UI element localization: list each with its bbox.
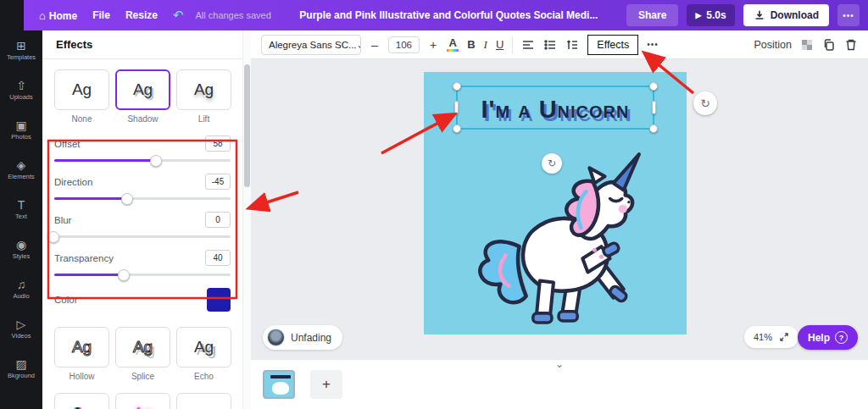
top-bar: ⌂Home File Resize ↶ All changes saved Pu… xyxy=(0,0,868,30)
panel-scrollbar-thumb[interactable] xyxy=(244,64,250,187)
thumbnail-text-block xyxy=(270,375,291,379)
share-button[interactable]: Share xyxy=(626,4,678,26)
text-align-button[interactable] xyxy=(521,38,535,52)
page-thumbnail[interactable] xyxy=(263,370,295,399)
canvas-area[interactable]: I'm a Unicorn ↻ xyxy=(251,59,868,360)
effect-sample: Ag xyxy=(133,338,153,356)
collaborator-name: Unfading xyxy=(291,332,331,344)
app-logo[interactable] xyxy=(0,0,24,30)
effect-sample: Ag xyxy=(133,80,153,99)
sidebar-item-label: Text xyxy=(15,213,27,220)
text-color-button[interactable]: A xyxy=(447,37,459,52)
help-label: Help xyxy=(808,332,830,344)
collapse-chevron-icon[interactable]: ⌄ xyxy=(555,358,564,370)
transparency-value-input[interactable]: 40 xyxy=(205,250,231,266)
bold-button[interactable]: B xyxy=(467,38,475,51)
document-title[interactable]: Purple and Pink Illustrative and Colorfu… xyxy=(271,9,626,21)
transparency-button[interactable] xyxy=(800,38,814,52)
effect-tile-label: Lift xyxy=(198,114,209,124)
resize-handle-top-right[interactable] xyxy=(649,82,658,91)
add-page-button[interactable]: + xyxy=(310,370,342,399)
resize-handle-bottom-left[interactable] xyxy=(453,124,461,133)
shadow-color-swatch[interactable] xyxy=(207,288,231,312)
sidebar-item-templates[interactable]: ⊞ Templates xyxy=(0,30,42,70)
offset-slider-handle[interactable] xyxy=(54,159,157,162)
zoom-control[interactable]: 41% xyxy=(744,326,798,348)
delete-button[interactable] xyxy=(844,38,858,52)
sidebar-item-elements[interactable]: ◈ Elements xyxy=(0,150,42,190)
sidebar-item-photos[interactable]: ▣ Photos xyxy=(0,110,42,150)
sidebar-item-label: Videos xyxy=(12,332,31,340)
transparency-slider-handle[interactable] xyxy=(54,274,125,276)
effect-tile-splice[interactable]: Ag xyxy=(115,327,170,368)
toolbar-more-button[interactable]: ••• xyxy=(647,40,659,49)
file-menu[interactable]: File xyxy=(92,9,110,21)
text-spacing-button[interactable] xyxy=(565,38,579,52)
effect-tile-curve[interactable]: CURVE xyxy=(176,393,231,409)
blur-value-input[interactable]: 0 xyxy=(205,212,231,228)
align-left-icon xyxy=(521,38,535,52)
direction-value-input[interactable]: -45 xyxy=(205,174,231,190)
effect-tile-none[interactable]: Ag xyxy=(54,69,109,110)
download-icon xyxy=(754,9,765,21)
duration-button[interactable]: ▶ 5.0s xyxy=(687,4,734,26)
sidebar-item-label: Photos xyxy=(11,133,31,141)
direction-slider[interactable] xyxy=(54,197,231,200)
effects-button[interactable]: Effects xyxy=(587,35,638,55)
shadow-color-row: Color xyxy=(54,288,231,312)
home-button[interactable]: ⌂Home xyxy=(39,9,77,22)
effect-tile-neon[interactable]: Ag xyxy=(115,393,170,409)
font-size-increase-button[interactable]: + xyxy=(428,38,438,52)
direction-slider-handle[interactable] xyxy=(54,197,128,200)
effect-tile-shadow[interactable]: Ag xyxy=(115,69,170,110)
transparency-checkerboard-icon xyxy=(800,38,814,52)
font-family-select[interactable]: Alegreya Sans SC... ⌄ xyxy=(261,35,361,55)
transparency-slider[interactable] xyxy=(54,274,231,276)
sidebar-item-audio[interactable]: ♫ Audio xyxy=(0,269,42,309)
underline-button[interactable]: U xyxy=(496,38,504,51)
effect-tile-lift[interactable]: Ag xyxy=(176,69,231,110)
background-icon: ▨ xyxy=(15,358,26,370)
replay-animation-button[interactable]: ↻ xyxy=(693,91,717,115)
list-button[interactable] xyxy=(543,38,557,52)
undo-icon[interactable]: ↶ xyxy=(173,8,184,23)
toolbar-divider xyxy=(512,36,513,53)
sidebar-item-uploads[interactable]: ⇧ Uploads xyxy=(0,70,42,110)
effect-tile-echo[interactable]: Ag xyxy=(176,327,231,368)
sidebar-item-text[interactable]: T Text xyxy=(0,190,42,229)
font-size-input[interactable]: 106 xyxy=(388,36,420,53)
effect-tile-glitch[interactable]: Ag xyxy=(54,393,109,409)
collaborator-pill[interactable]: Unfading xyxy=(263,325,342,350)
effect-sample: Ag xyxy=(194,80,214,99)
canvas-page[interactable]: I'm a Unicorn ↻ xyxy=(424,72,687,334)
resize-handle-right[interactable] xyxy=(652,101,656,114)
unicorn-illustration[interactable] xyxy=(466,145,646,326)
page-thumbnails-bar: ⌄ + xyxy=(251,360,868,409)
resize-handle-bottom-right[interactable] xyxy=(649,124,658,133)
panel-scrollbar[interactable] xyxy=(242,30,251,409)
resize-handle-top-left[interactable] xyxy=(453,82,461,91)
sidebar-item-styles[interactable]: ◉ Styles xyxy=(0,229,42,269)
home-icon: ⌂ xyxy=(39,9,46,22)
italic-button[interactable]: I xyxy=(484,38,487,52)
font-size-decrease-button[interactable]: – xyxy=(370,38,380,52)
text-selection-box[interactable] xyxy=(456,86,654,130)
text-toolbar: Alegreya Sans SC... ⌄ – 106 + A B I U Ef… xyxy=(251,30,868,59)
offset-slider[interactable] xyxy=(54,159,231,162)
resize-handle-left[interactable] xyxy=(454,101,459,114)
sidebar-item-videos[interactable]: ▷ Videos xyxy=(0,309,42,349)
sidebar-item-background[interactable]: ▨ Bkground xyxy=(0,349,42,389)
duplicate-button[interactable] xyxy=(822,38,836,52)
chevron-down-icon: ⌄ xyxy=(357,39,361,51)
more-options-button[interactable]: ••• xyxy=(837,4,860,26)
offset-value-input[interactable]: 58 xyxy=(205,135,231,152)
effect-tile-hollow[interactable]: Ag xyxy=(54,327,109,368)
position-button[interactable]: Position xyxy=(754,39,792,51)
resize-menu[interactable]: Resize xyxy=(125,9,158,21)
download-button[interactable]: Download xyxy=(743,4,829,26)
templates-icon: ⊞ xyxy=(16,40,26,52)
help-button[interactable]: Help ? xyxy=(798,325,858,350)
blur-slider[interactable] xyxy=(54,235,231,238)
audio-icon: ♫ xyxy=(17,279,26,290)
text-color-rainbow-bar xyxy=(447,49,459,52)
